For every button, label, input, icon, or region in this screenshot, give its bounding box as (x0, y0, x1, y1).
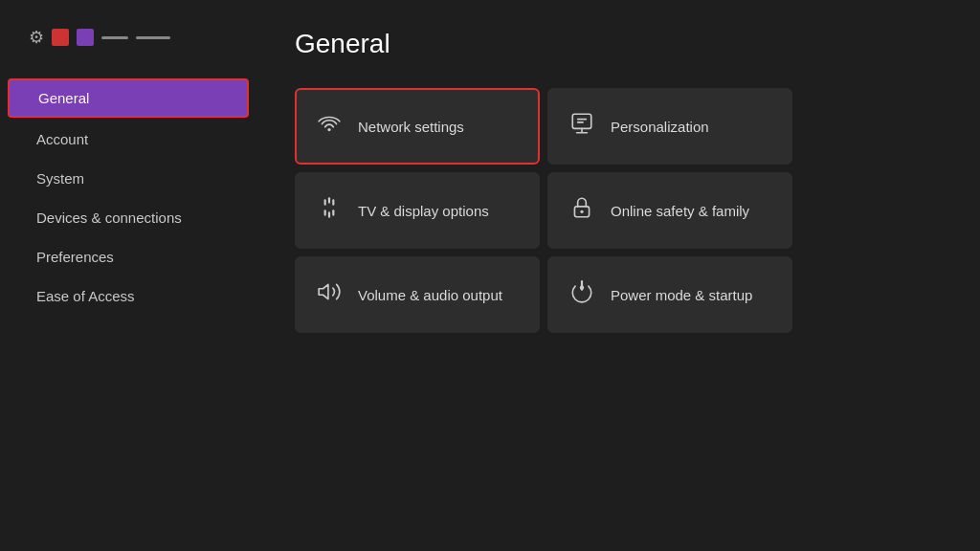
dash-icon2 (136, 36, 170, 39)
main-content: General Network settings (256, 0, 980, 551)
tile-network[interactable]: Network settings (295, 88, 540, 165)
app-layout: General Account System Devices & connect… (0, 0, 980, 551)
topbar: ⚙ (29, 27, 170, 48)
red-square-icon (52, 29, 69, 46)
network-icon (316, 111, 343, 142)
svg-rect-1 (572, 114, 591, 128)
tile-power[interactable]: Power mode & startup (547, 256, 792, 333)
sidebar-item-general[interactable]: General (8, 78, 249, 118)
gear-icon: ⚙ (29, 27, 44, 48)
tile-online-safety-label: Online safety & family (611, 203, 749, 219)
tile-tv-display[interactable]: TV & display options (295, 172, 540, 249)
sidebar-item-ease[interactable]: Ease of Access (8, 278, 249, 314)
sidebar-item-account[interactable]: Account (8, 121, 249, 157)
svg-point-9 (580, 210, 583, 213)
sidebar: General Account System Devices & connect… (0, 0, 256, 551)
dash-icon1 (101, 36, 128, 39)
sidebar-item-devices[interactable]: Devices & connections (8, 200, 249, 235)
tile-volume[interactable]: Volume & audio output (295, 256, 540, 333)
tile-online-safety[interactable]: Online safety & family (547, 172, 792, 249)
tile-personalization-label: Personalization (611, 119, 709, 135)
volume-icon (316, 279, 343, 310)
svg-marker-10 (319, 284, 328, 298)
tile-tv-display-label: TV & display options (358, 203, 489, 219)
sidebar-item-preferences[interactable]: Preferences (8, 239, 249, 275)
power-icon (568, 279, 595, 310)
lock-icon (568, 195, 595, 226)
tile-network-label: Network settings (358, 119, 464, 135)
personalization-icon (568, 111, 595, 142)
tile-volume-label: Volume & audio output (358, 287, 502, 303)
tile-power-label: Power mode & startup (611, 287, 752, 303)
tv-display-icon (316, 195, 343, 226)
purple-square-icon (77, 29, 94, 46)
page-title: General (295, 29, 942, 59)
tile-personalization[interactable]: Personalization (547, 88, 792, 165)
sidebar-item-system[interactable]: System (8, 161, 249, 196)
tiles-grid: Network settings Personalization (295, 88, 792, 333)
svg-point-0 (327, 128, 330, 131)
